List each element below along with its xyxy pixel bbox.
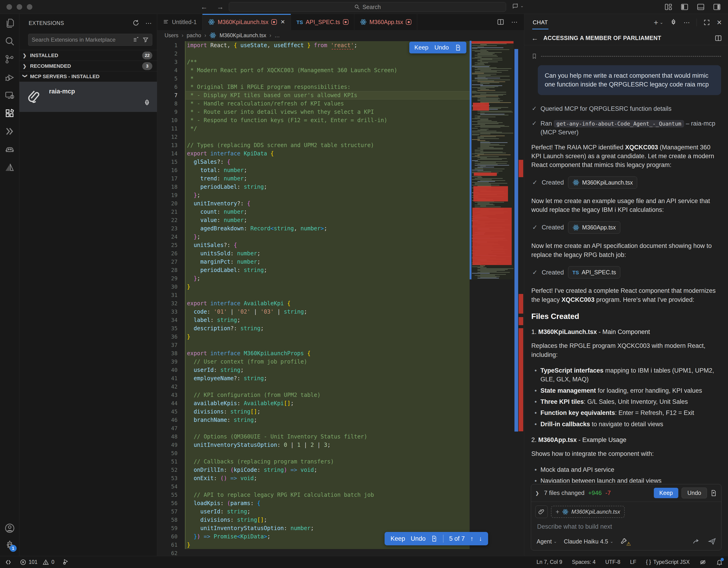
model-picker-dropdown[interactable]: Claude Haiku 4.5⌄ bbox=[564, 538, 613, 545]
code-line[interactable]: 46 branchName: string; bbox=[157, 416, 524, 424]
code-line[interactable]: 52 onDrillIn: (kpiCode: string) => void; bbox=[157, 466, 524, 474]
code-line[interactable]: 34 label: string; bbox=[157, 316, 524, 324]
code-line[interactable]: 24 }; bbox=[157, 233, 524, 241]
code-line[interactable]: 29 }; bbox=[157, 274, 524, 282]
mcp-server-item-raia-mcp[interactable]: raia-mcp bbox=[19, 82, 157, 112]
keep-all-button[interactable]: Keep bbox=[654, 488, 678, 498]
window-controls[interactable] bbox=[6, 4, 32, 10]
code-line[interactable]: 15 glSales?: { bbox=[157, 158, 524, 166]
breadcrumb-item[interactable]: Users bbox=[165, 32, 178, 39]
activitybar-source-control[interactable] bbox=[2, 52, 17, 67]
code-line[interactable]: 18 periodLabel: string; bbox=[157, 183, 524, 191]
command-center-search[interactable]: Search bbox=[229, 2, 506, 12]
code-line[interactable]: 28 periodLabel: string; bbox=[157, 266, 524, 274]
extensions-search-input[interactable]: Search Extensions in Marketplace bbox=[28, 34, 152, 46]
new-chat-button[interactable]: +⌄ bbox=[654, 18, 663, 27]
code-line[interactable]: 13// Types (replacing DDS screen and UPM… bbox=[157, 141, 524, 149]
code-line[interactable]: 40 userId: string; bbox=[157, 366, 524, 374]
close-tab-icon[interactable]: ✕ bbox=[281, 19, 285, 25]
tab-m360kpilaunch-tsx[interactable]: M360KpiLaunch.tsx✕ bbox=[202, 14, 291, 30]
agent-mode-dropdown[interactable]: Agent⌄ bbox=[537, 538, 557, 545]
code-line[interactable]: 10 * - Respond to function keys (F12 = e… bbox=[157, 116, 524, 124]
code-line[interactable]: 20 unitInventory?: { bbox=[157, 199, 524, 208]
code-line[interactable]: 25 unitSales?: { bbox=[157, 241, 524, 249]
code-line[interactable]: 48 // Options (QM360UIE - Unit Inventory… bbox=[157, 433, 524, 441]
created-file-chip[interactable]: TSAPI_SPEC.ts bbox=[568, 266, 621, 279]
code-line[interactable]: 19 }; bbox=[157, 191, 524, 199]
statusbar-encoding[interactable]: UTF-8 bbox=[605, 559, 620, 565]
code-line[interactable]: 2 bbox=[157, 49, 524, 58]
copilot-menu-button[interactable]: ⌄ bbox=[512, 2, 524, 9]
code-line[interactable]: 43 // KPI configuration (from UPM2 table… bbox=[157, 391, 524, 399]
code-line[interactable]: 7 * - Display KPI tiles based on user's … bbox=[157, 91, 524, 99]
code-line[interactable]: 9 * - Route user into detail views when … bbox=[157, 108, 524, 116]
minimize-window-icon[interactable] bbox=[17, 4, 22, 10]
code-line[interactable]: 39 // User context (from job profile) bbox=[157, 358, 524, 366]
code-line[interactable]: 42 bbox=[157, 383, 524, 391]
code-line[interactable]: 22 value: number; bbox=[157, 216, 524, 224]
copilot-disabled-icon[interactable] bbox=[699, 559, 706, 566]
code-line[interactable]: 4 * Modern React port of XQCKC003 (Manag… bbox=[157, 66, 524, 74]
undo-button[interactable]: Undo bbox=[434, 44, 449, 51]
funnel-filter-icon[interactable] bbox=[142, 37, 149, 43]
context-file-chip[interactable]: + M360KpiLaunch.tsx bbox=[551, 506, 625, 518]
code-line[interactable]: 58 divisions: string[]; bbox=[157, 516, 524, 524]
breadcrumb-file[interactable]: M360KpiLaunch.tsx bbox=[220, 32, 266, 39]
code-line[interactable]: 11 */ bbox=[157, 124, 524, 133]
gear-icon[interactable] bbox=[143, 99, 151, 107]
code-editor[interactable]: 1import React, { useState, useEffect } f… bbox=[157, 41, 524, 556]
toggle-primary-sidebar-icon[interactable] bbox=[680, 3, 689, 11]
code-line[interactable]: 17 trend: number; bbox=[157, 174, 524, 183]
activitybar-pipelines[interactable] bbox=[2, 124, 17, 139]
code-line[interactable]: 55 // API to replace legacy RPG KPI calc… bbox=[157, 491, 524, 499]
breadcrumb[interactable]: Users›pacho›M360KpiLaunch.tsx›… bbox=[157, 30, 524, 41]
code-line[interactable]: 16 total: number; bbox=[157, 166, 524, 174]
keep-button[interactable]: Keep bbox=[414, 44, 428, 51]
open-file-icon[interactable] bbox=[431, 535, 437, 542]
problems-indicator[interactable]: 101 0 bbox=[20, 559, 54, 565]
code-line[interactable]: 59 unitInventoryStatusOption: number; bbox=[157, 524, 524, 532]
code-line[interactable]: 35 description?: string; bbox=[157, 324, 524, 333]
attach-context-button[interactable] bbox=[535, 506, 548, 518]
code-line[interactable]: 8 * - Handle recalculation/refresh of KP… bbox=[157, 99, 524, 108]
section-mcp-servers[interactable]: ❯ MCP SERVERS - INSTALLED bbox=[19, 71, 157, 82]
chat-more-actions-icon[interactable]: ⋯ bbox=[684, 19, 690, 26]
chat-input-area[interactable]: + M360KpiLaunch.tsx Describe what to bui… bbox=[531, 502, 721, 550]
chat-settings-gear-icon[interactable] bbox=[670, 19, 677, 26]
activitybar-extensions[interactable] bbox=[2, 106, 17, 121]
undo-button[interactable]: Undo bbox=[411, 535, 426, 542]
bookmark-icon[interactable] bbox=[531, 53, 537, 59]
code-line[interactable]: 44 availableKpis: AvailableKpi[]; bbox=[157, 399, 524, 408]
tools-button[interactable]: ⚠ bbox=[620, 538, 628, 545]
chevron-right-icon[interactable]: ❯ bbox=[535, 490, 540, 496]
code-line[interactable]: 31 bbox=[157, 291, 524, 299]
created-file-chip[interactable]: M360App.tsx bbox=[568, 221, 620, 234]
close-window-icon[interactable] bbox=[6, 4, 12, 10]
activitybar-azure[interactable] bbox=[2, 160, 17, 175]
code-line[interactable]: 57 userId: string; bbox=[157, 507, 524, 516]
view-changes-icon[interactable] bbox=[710, 490, 717, 497]
more-actions-icon[interactable]: ⋯ bbox=[145, 19, 152, 27]
maximize-panel-icon[interactable] bbox=[703, 19, 710, 26]
code-line[interactable]: 47 bbox=[157, 424, 524, 433]
breadcrumb-item[interactable]: pacho bbox=[187, 32, 201, 39]
activitybar-explorer[interactable] bbox=[2, 16, 17, 31]
more-actions-icon[interactable]: ⋯ bbox=[511, 18, 518, 26]
split-editor-icon[interactable] bbox=[497, 18, 504, 26]
debug-console-indicator[interactable] bbox=[62, 559, 69, 566]
code-line[interactable]: 3/** bbox=[157, 58, 524, 66]
open-file-icon[interactable] bbox=[455, 44, 461, 51]
close-panel-icon[interactable]: ✕ bbox=[717, 19, 722, 26]
section-installed[interactable]: ❯ INSTALLED 22 bbox=[19, 50, 157, 61]
code-line[interactable]: 27 marginPct: number; bbox=[157, 257, 524, 266]
filter-list-icon[interactable] bbox=[133, 37, 139, 43]
minimap[interactable] bbox=[470, 41, 514, 279]
code-line[interactable]: 51 // Callbacks (replacing program trans… bbox=[157, 458, 524, 466]
statusbar-language-mode[interactable]: { } TypeScript JSX bbox=[646, 559, 690, 565]
files-changed-summary[interactable]: 7 files changed bbox=[544, 489, 584, 497]
code-line[interactable]: 12 bbox=[157, 133, 524, 141]
customize-layout-icon[interactable] bbox=[664, 3, 673, 11]
activitybar-account[interactable] bbox=[2, 521, 17, 536]
statusbar-indentation[interactable]: Spaces: 4 bbox=[572, 559, 596, 565]
code-line[interactable]: 6 * Original IBM i RPGLE program respons… bbox=[157, 83, 524, 91]
